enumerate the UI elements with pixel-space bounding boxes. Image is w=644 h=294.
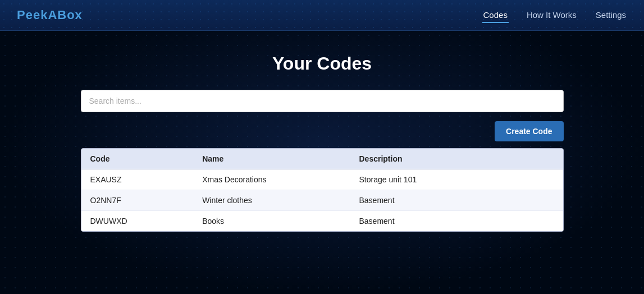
cell-description: Basement — [350, 190, 563, 211]
app-logo: PeekABox — [17, 8, 482, 22]
navbar: PeekABox Codes How It Works Settings — [0, 0, 644, 31]
column-header-name: Name — [193, 149, 350, 169]
table-row[interactable]: EXAUSZXmas DecorationsStorage unit 101 — [81, 169, 563, 190]
toolbar: Create Code — [81, 121, 564, 141]
cell-code: O2NN7F — [81, 190, 194, 211]
cell-description: Storage unit 101 — [350, 169, 563, 190]
table-row[interactable]: DWUWXDBooksBasement — [81, 211, 563, 232]
cell-description: Basement — [350, 211, 563, 232]
cell-name: Xmas Decorations — [193, 169, 350, 190]
cell-name: Books — [193, 211, 350, 232]
table-header-row: Code Name Description — [81, 149, 563, 169]
nav-link-settings[interactable]: Settings — [595, 8, 627, 23]
table-row[interactable]: O2NN7FWinter clothesBasement — [81, 190, 563, 211]
nav-links: Codes How It Works Settings — [482, 8, 627, 23]
page-title: Your Codes — [272, 53, 372, 74]
nav-link-how-it-works[interactable]: How It Works — [526, 8, 578, 23]
cell-code: DWUWXD — [81, 211, 194, 232]
create-code-button[interactable]: Create Code — [495, 121, 563, 141]
codes-table-container: Code Name Description EXAUSZXmas Decorat… — [81, 148, 564, 232]
nav-link-codes[interactable]: Codes — [482, 8, 509, 23]
search-input[interactable] — [81, 90, 564, 112]
main-content: Your Codes Create Code Code Name Descrip… — [0, 31, 644, 232]
column-header-code: Code — [81, 149, 194, 169]
cell-name: Winter clothes — [193, 190, 350, 211]
cell-code: EXAUSZ — [81, 169, 194, 190]
column-header-description: Description — [350, 149, 563, 169]
codes-table: Code Name Description EXAUSZXmas Decorat… — [81, 149, 563, 231]
